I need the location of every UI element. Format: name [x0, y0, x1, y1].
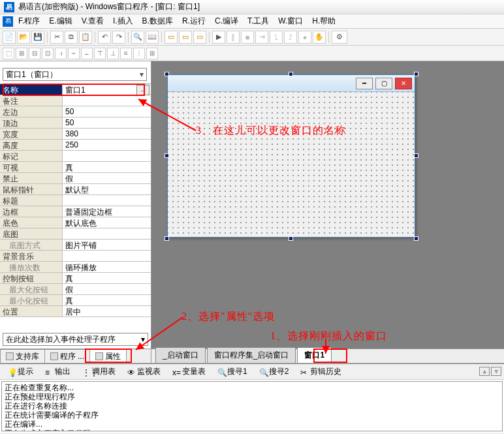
stepout-icon[interactable]: ⤴ — [284, 31, 297, 44]
tab-search1[interactable]: 🔍搜寻1 — [212, 364, 253, 379]
property-value[interactable]: 380 — [63, 129, 151, 139]
menu-help[interactable]: H.帮助 — [308, 14, 339, 28]
property-value[interactable]: 假 — [63, 173, 151, 183]
property-value[interactable]: 居中 — [63, 306, 151, 317]
property-row[interactable]: 位置居中 — [0, 306, 151, 317]
property-row[interactable]: 名称窗口1 — [0, 84, 151, 95]
pause-icon[interactable]: ‖ — [227, 31, 240, 44]
event-combo[interactable]: 在此处选择加入事件处理子程序 — [3, 333, 148, 346]
property-value[interactable]: 真 — [63, 162, 151, 172]
property-row[interactable]: 播放次数循环播放 — [0, 262, 151, 273]
open-icon[interactable]: 📂 — [17, 31, 30, 44]
property-value[interactable]: 真 — [63, 295, 151, 305]
tab-callstack[interactable]: ⋮⋮调用表 — [77, 364, 121, 379]
step-icon[interactable]: ⇥ — [255, 31, 268, 44]
breakpoint-icon[interactable]: ● — [298, 31, 311, 44]
align11-icon[interactable]: ⋮ — [133, 48, 145, 59]
menu-tools[interactable]: T.工具 — [244, 14, 273, 28]
align10-icon[interactable]: ≡ — [120, 48, 132, 59]
compile-icon[interactable]: ⚙ — [332, 31, 347, 44]
tab-cliphistory[interactable]: ✂剪辑历史 — [295, 364, 347, 379]
property-value[interactable]: 图片平铺 — [63, 240, 151, 250]
resize-handle[interactable] — [289, 72, 293, 76]
property-value[interactable] — [63, 228, 151, 239]
save-icon[interactable]: 💾 — [31, 31, 44, 44]
tab-start-window[interactable]: _启动窗口 — [155, 347, 206, 363]
property-value[interactable]: 假 — [63, 284, 151, 294]
menu-edit[interactable]: E.编辑 — [45, 14, 76, 28]
property-row[interactable]: 高度250 — [0, 140, 151, 151]
property-value[interactable]: 循环播放 — [63, 262, 151, 272]
redo-icon[interactable]: ↷ — [112, 31, 125, 44]
property-value[interactable] — [63, 251, 151, 261]
resize-handle[interactable] — [289, 236, 293, 241]
align6-icon[interactable]: ⫟ — [68, 48, 80, 59]
align7-icon[interactable]: ⫠ — [81, 48, 93, 59]
menu-database[interactable]: B.数据库 — [138, 14, 177, 28]
property-row[interactable]: 禁止假 — [0, 173, 151, 184]
maximize-button[interactable]: ▢ — [375, 78, 392, 89]
tab-properties[interactable]: 属性 — [89, 349, 127, 363]
tab-window1[interactable]: 窗口1 — [297, 347, 332, 363]
property-value[interactable] — [63, 95, 151, 106]
align4-icon[interactable]: ⊡ — [42, 48, 54, 59]
property-value[interactable] — [63, 195, 151, 206]
property-row[interactable]: 最小化按钮真 — [0, 295, 151, 306]
tab-vars[interactable]: x=变量表 — [167, 364, 211, 379]
tab-hint[interactable]: 💡提示 — [3, 364, 39, 379]
form-client-area[interactable] — [168, 92, 415, 237]
cut-icon[interactable]: ✂ — [50, 31, 63, 44]
property-row[interactable]: 左边50 — [0, 106, 151, 117]
panel-min-icon[interactable]: ▵ — [479, 367, 490, 376]
resize-handle[interactable] — [414, 153, 418, 158]
window2-icon[interactable]: ▭ — [179, 31, 192, 44]
minimize-button[interactable]: ━ — [356, 78, 373, 89]
property-value[interactable]: 50 — [63, 117, 151, 128]
window3-icon[interactable]: ▭ — [193, 31, 206, 44]
property-row[interactable]: 底色默认底色 — [0, 217, 151, 228]
tab-program-set[interactable]: 窗口程序集_启动窗口 — [207, 347, 296, 363]
property-row[interactable]: 顶边50 — [0, 117, 151, 129]
align9-icon[interactable]: ⊥ — [107, 48, 119, 59]
property-value[interactable]: 真 — [63, 273, 151, 283]
panel-max-icon[interactable]: ▿ — [491, 367, 501, 376]
property-value[interactable] — [63, 151, 151, 161]
resize-handle[interactable] — [165, 236, 169, 241]
property-value[interactable]: 默认底色 — [63, 217, 151, 228]
tab-support-lib[interactable]: 支持库 — [0, 349, 45, 363]
tab-watch[interactable]: 👁监视表 — [122, 364, 166, 379]
property-row[interactable]: 底图 — [0, 228, 151, 240]
find-icon[interactable]: 🔍 — [131, 31, 144, 44]
property-value[interactable]: 250 — [63, 140, 151, 150]
resize-handle[interactable] — [414, 236, 418, 241]
stepover-icon[interactable]: ⤵ — [270, 31, 283, 44]
menu-window[interactable]: W.窗口 — [274, 14, 307, 28]
property-value[interactable]: 50 — [63, 106, 151, 117]
property-row[interactable]: 边框普通固定边框 — [0, 206, 151, 217]
property-row[interactable]: 宽度380 — [0, 129, 151, 140]
menu-program[interactable]: F.程序 — [14, 14, 44, 28]
menu-view[interactable]: V.查看 — [78, 14, 108, 28]
property-value[interactable]: 默认型 — [63, 184, 151, 194]
property-row[interactable]: 控制按钮真 — [0, 273, 151, 284]
tab-output[interactable]: ≡输出 — [40, 364, 76, 379]
resize-handle[interactable] — [165, 153, 169, 158]
property-row[interactable]: 最大化按钮假 — [0, 284, 151, 295]
align8-icon[interactable]: ⊤ — [94, 48, 106, 59]
run-icon[interactable]: ▶ — [212, 31, 225, 44]
copy-icon[interactable]: ⧉ — [65, 31, 78, 44]
property-value[interactable]: 普通固定边框 — [63, 206, 151, 217]
paste-icon[interactable]: 📋 — [79, 31, 92, 44]
property-row[interactable]: 底图方式图片平铺 — [0, 240, 151, 251]
object-combo[interactable]: 窗口1（窗口） — [3, 68, 147, 81]
property-row[interactable]: 标记 — [0, 151, 151, 162]
property-value[interactable]: 窗口1 — [63, 84, 151, 95]
align1-icon[interactable]: ⬚ — [3, 48, 14, 59]
undo-icon[interactable]: ↶ — [98, 31, 111, 44]
property-row[interactable]: 备注 — [0, 95, 151, 106]
tab-search2[interactable]: 🔍搜寻2 — [254, 364, 294, 379]
hand-icon[interactable]: ✋ — [313, 31, 326, 44]
resize-handle[interactable] — [414, 72, 418, 76]
stop-icon[interactable]: ■ — [241, 31, 254, 44]
form-window[interactable]: ━ ▢ ✕ — [167, 74, 415, 238]
